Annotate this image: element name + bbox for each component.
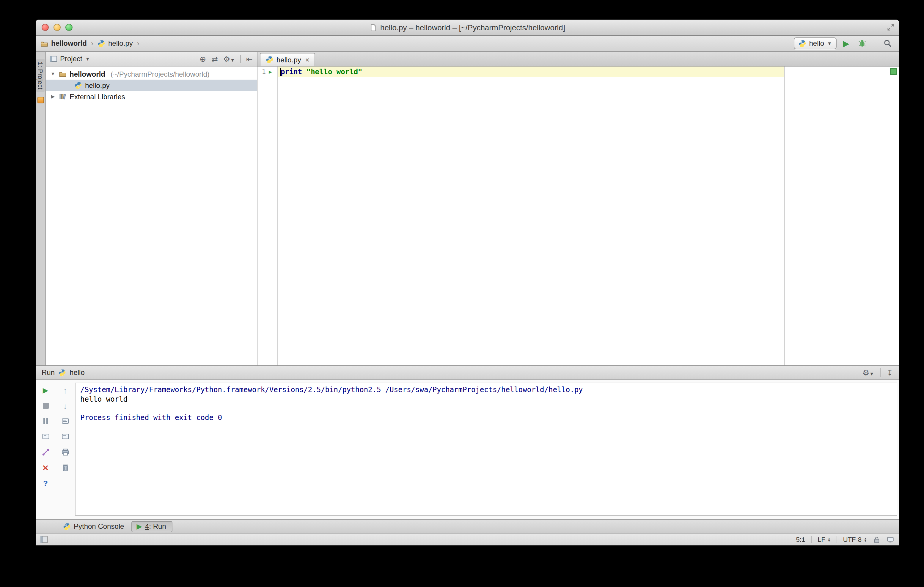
next-trace-button[interactable]: ↓ [60, 400, 71, 411]
tree-row-external-libraries[interactable]: ▶ External Libraries [46, 91, 257, 102]
run-configuration-select[interactable]: hello ▼ [794, 38, 837, 49]
prev-trace-button[interactable]: ↑ [60, 385, 71, 396]
chevron-icon: › [136, 39, 140, 48]
editor-zone: hello.py × 1 ▶ print "hello world" [257, 52, 899, 365]
run-tab-text: : Run [149, 522, 166, 530]
project-tree[interactable]: ▼ helloworld (~/PycharmProjects/hellowor… [46, 67, 257, 365]
breadcrumb-project[interactable]: helloworld [51, 39, 87, 48]
main-area: 1: Project Project ▼ ⊕ ⇄ ⚙▼ [36, 52, 899, 365]
gear-icon[interactable]: ⚙▼ [863, 368, 874, 377]
scroll-end-icon [61, 432, 69, 441]
attach-debugger-button[interactable] [40, 447, 51, 457]
lock-icon[interactable] [873, 536, 881, 543]
left-tool-stripe: 1: Project [36, 52, 46, 365]
pause-output-button[interactable] [40, 416, 51, 427]
python-file-icon [74, 81, 82, 89]
code-area[interactable]: print "hello world" [278, 67, 899, 365]
search-button[interactable] [881, 37, 894, 50]
close-window-button[interactable] [41, 24, 49, 31]
close-tab-icon[interactable]: × [305, 56, 310, 64]
gear-icon[interactable]: ⚙▼ [223, 54, 235, 63]
inspection-status-mark[interactable] [890, 68, 897, 75]
dropdown-arrow-icon: ▼ [827, 41, 832, 46]
soft-wrap-button[interactable] [60, 416, 71, 427]
run-button[interactable]: ▶ [840, 37, 853, 50]
encoding-value: UTF-8 [843, 536, 861, 543]
caret-position[interactable]: 5:1 [796, 536, 805, 543]
attach-icon [41, 448, 50, 456]
run-icon: ▶ [137, 522, 142, 530]
project-view-combo[interactable]: Project ▼ [50, 55, 90, 63]
divider [880, 368, 881, 377]
zoom-window-button[interactable] [65, 24, 73, 31]
python-console-label: Python Console [74, 522, 124, 531]
desktop-background: hello.py – helloworld – [~/PycharmProjec… [0, 0, 924, 587]
debug-button[interactable] [856, 37, 869, 50]
breadcrumb-file[interactable]: hello.py [108, 39, 133, 48]
tab-label: hello.py [277, 56, 301, 64]
console-line [80, 404, 892, 413]
minimize-window-button[interactable] [53, 24, 61, 31]
fullscreen-icon[interactable] [886, 23, 895, 31]
project-panel: Project ▼ ⊕ ⇄ ⚙▼ ⇤ ▼ hellowo [46, 52, 257, 365]
console-line: /System/Library/Frameworks/Python.framew… [80, 386, 892, 395]
scroll-to-end-button[interactable] [60, 431, 71, 442]
project-tab-icon[interactable] [37, 97, 44, 104]
stop-button[interactable] [40, 400, 51, 411]
tab-hello-py[interactable]: hello.py × [260, 53, 315, 66]
hide-panel-icon[interactable]: ⇤ [246, 54, 253, 63]
run-console-output[interactable]: /System/Library/Frameworks/Python.framew… [75, 383, 897, 516]
scroll-from-source-icon[interactable]: ⇄ [211, 54, 218, 63]
editor-tab-bar: hello.py × [257, 52, 899, 67]
soft-wrap-icon [61, 417, 69, 426]
hide-panel-icon[interactable]: ↧ [886, 368, 893, 377]
tree-row-hello-py[interactable]: hello.py [46, 80, 257, 91]
code-keyword: print [280, 67, 302, 76]
run-configuration-label: hello [809, 39, 824, 48]
clear-all-button[interactable] [60, 462, 71, 473]
python-console-button[interactable]: Python Console [63, 522, 124, 531]
expand-arrow-icon[interactable]: ▶ [50, 94, 56, 99]
divider [240, 55, 241, 63]
encoding-select[interactable]: UTF-8 ▲▼ [843, 536, 867, 543]
python-icon [63, 523, 71, 530]
tree-item-label: hello.py [85, 81, 110, 89]
run-toolbar-primary: ▶ ✕ ? [36, 380, 55, 519]
window-title-group: hello.py – helloworld – [~/PycharmProjec… [370, 20, 565, 35]
tree-item-label: helloworld [69, 70, 105, 78]
updown-arrows-icon: ▲▼ [828, 537, 831, 542]
tree-item-label: External Libraries [69, 92, 125, 101]
panel-icon [50, 56, 57, 62]
run-gutter-icon[interactable]: ▶ [269, 69, 272, 74]
traffic-lights [36, 24, 73, 31]
gutter-line-1: 1 ▶ [257, 67, 277, 77]
project-view-label: Project [60, 55, 82, 63]
display-icon[interactable] [886, 536, 894, 543]
run-tool-window-button[interactable]: ▶ 4: Run [131, 521, 172, 532]
run-tab-mnemonic: 4 [145, 522, 149, 530]
rerun-button[interactable]: ▶ [40, 385, 51, 396]
code-string: "hello world" [307, 67, 362, 76]
line-separator-select[interactable]: LF ▲▼ [818, 536, 831, 543]
divider [837, 536, 837, 543]
editor-gutter[interactable]: 1 ▶ [257, 67, 278, 365]
window-title: hello.py – helloworld – [~/PycharmProjec… [380, 23, 565, 32]
rerun-icon: ▶ [43, 386, 48, 395]
help-button[interactable]: ? [40, 478, 51, 488]
updown-arrows-icon: ▲▼ [864, 537, 867, 542]
editor: 1 ▶ print "hello world" [257, 67, 899, 365]
close-console-button[interactable]: ✕ [40, 462, 51, 473]
collapse-arrow-icon[interactable]: ▼ [50, 71, 56, 77]
locate-file-icon[interactable]: ⊕ [200, 54, 206, 63]
tree-row-helloworld[interactable]: ▼ helloworld (~/PycharmProjects/hellowor… [46, 68, 257, 80]
print-button[interactable] [60, 447, 71, 457]
python-icon [798, 39, 806, 47]
show-console-button[interactable] [40, 431, 51, 442]
tool-window-switcher-icon[interactable] [40, 536, 48, 543]
run-panel-title: Run [41, 368, 55, 377]
console-icon [41, 432, 50, 441]
python-file-icon [97, 39, 105, 47]
project-tool-button[interactable]: 1: Project [36, 59, 45, 92]
title-bar[interactable]: hello.py – helloworld – [~/PycharmProjec… [36, 20, 899, 36]
code-line-1: print "hello world" [278, 67, 362, 77]
